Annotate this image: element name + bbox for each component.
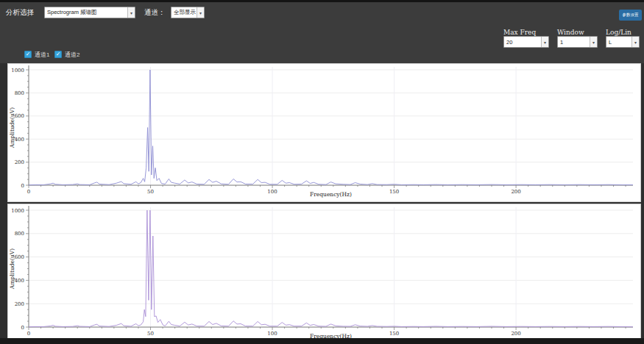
- check-icon: ✓: [26, 51, 31, 57]
- bottom-window-strip: [0, 338, 644, 344]
- chevron-down-icon: ▾: [127, 7, 135, 18]
- window-select[interactable]: 1 ▾: [557, 36, 598, 48]
- svg-text:400: 400: [15, 137, 24, 143]
- svg-text:0: 0: [21, 183, 24, 189]
- channel-2-checkbox-label: 通道2: [65, 51, 79, 59]
- max-freq-value: 20: [504, 39, 541, 46]
- window-label: Window: [557, 29, 584, 36]
- loglin-select[interactable]: L ▾: [606, 36, 640, 48]
- svg-text:800: 800: [15, 231, 24, 237]
- analysis-select-label: 分析选择: [6, 7, 34, 18]
- loglin-label: Log/Lin: [606, 29, 631, 36]
- channel-1-checkbox-label: 通道1: [35, 51, 49, 59]
- svg-text:1000: 1000: [11, 68, 24, 74]
- chevron-down-icon: ▾: [541, 37, 548, 47]
- svg-text:200: 200: [15, 301, 24, 307]
- svg-text:400: 400: [15, 278, 24, 284]
- channel-1-spectrum-chart: 05010015020002004006008001000Frequency(H…: [8, 64, 640, 198]
- window-value: 1: [558, 39, 590, 46]
- channel-2-spectrum-chart: 05010015020002004006008001000Frequency(H…: [8, 204, 640, 340]
- channel-2-checkbox[interactable]: ✓: [54, 51, 62, 58]
- loglin-value: L: [606, 39, 631, 46]
- charts-area: 05010015020002004006008001000Frequency(H…: [7, 63, 641, 344]
- channel-1-checkbox[interactable]: ✓: [24, 51, 32, 58]
- svg-text:150: 150: [389, 331, 399, 337]
- svg-text:150: 150: [389, 189, 399, 195]
- header-bar: 分析选择 Spectrogram 频谱图 ▾ 通道： 全部显示 ▾ 参数设置 M…: [0, 2, 644, 63]
- chevron-down-icon: ▾: [197, 7, 204, 18]
- max-freq-label: Max Freq: [503, 29, 536, 36]
- svg-text:50: 50: [147, 189, 154, 195]
- svg-text:800: 800: [15, 90, 24, 96]
- max-freq-select[interactable]: 20 ▾: [503, 36, 549, 48]
- svg-text:Frequency(Hz): Frequency(Hz): [310, 191, 352, 198]
- svg-text:200: 200: [511, 331, 520, 337]
- analysis-type-value: Spectrogram 频谱图: [45, 9, 127, 16]
- svg-text:100: 100: [267, 331, 277, 337]
- svg-text:0: 0: [21, 325, 24, 331]
- channel-1-chart-panel: 05010015020002004006008001000Frequency(H…: [7, 63, 641, 202]
- check-icon: ✓: [56, 51, 61, 57]
- channel-select-label: 通道：: [144, 7, 166, 18]
- svg-text:200: 200: [15, 160, 24, 165]
- svg-text:1000: 1000: [11, 208, 24, 214]
- svg-text:50: 50: [147, 331, 154, 337]
- chevron-down-icon: ▾: [631, 37, 639, 47]
- svg-text:0: 0: [27, 189, 30, 195]
- svg-text:Amplitude(uV): Amplitude(uV): [9, 248, 15, 290]
- svg-text:Amplitude(uV): Amplitude(uV): [9, 107, 15, 148]
- channel-2-chart-panel: 05010015020002004006008001000Frequency(H…: [7, 204, 641, 344]
- svg-text:600: 600: [15, 113, 24, 119]
- channel-display-select[interactable]: 全部显示 ▾: [171, 7, 205, 18]
- svg-text:600: 600: [15, 254, 24, 260]
- svg-text:100: 100: [267, 189, 277, 195]
- settings-button[interactable]: 参数设置: [619, 10, 642, 21]
- svg-text:0: 0: [27, 331, 30, 337]
- analysis-type-select[interactable]: Spectrogram 频谱图 ▾: [44, 7, 135, 18]
- channel-display-value: 全部显示: [171, 9, 197, 16]
- chevron-down-icon: ▾: [590, 37, 597, 47]
- svg-text:200: 200: [511, 189, 520, 195]
